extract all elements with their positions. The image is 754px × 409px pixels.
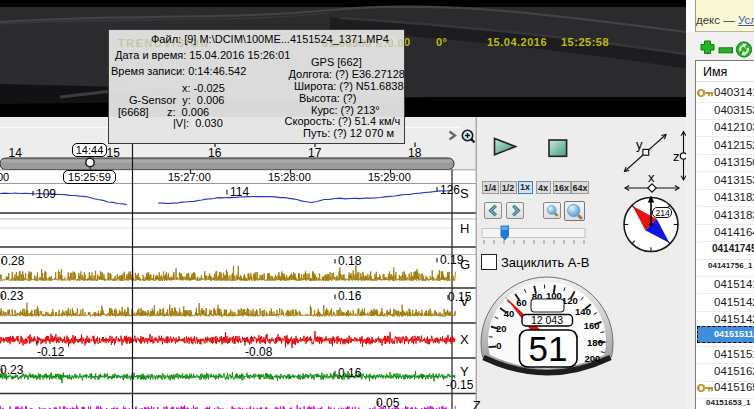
- svg-text:180: 180: [587, 337, 603, 348]
- svg-text:0: 0: [496, 340, 501, 351]
- svg-text:z: z: [673, 149, 680, 164]
- svg-text:200: 200: [584, 353, 600, 364]
- svg-text:y: y: [636, 137, 643, 152]
- svg-text:x: x: [648, 170, 655, 185]
- svg-text:214: 214: [656, 208, 670, 218]
- svg-text:40: 40: [504, 308, 515, 319]
- svg-text:160: 160: [584, 320, 600, 331]
- svg-text:140: 140: [575, 306, 591, 317]
- svg-text:51: 51: [529, 329, 568, 368]
- svg-text:20: 20: [496, 323, 507, 334]
- svg-text:60: 60: [516, 297, 527, 308]
- svg-text:12 043: 12 043: [531, 314, 563, 326]
